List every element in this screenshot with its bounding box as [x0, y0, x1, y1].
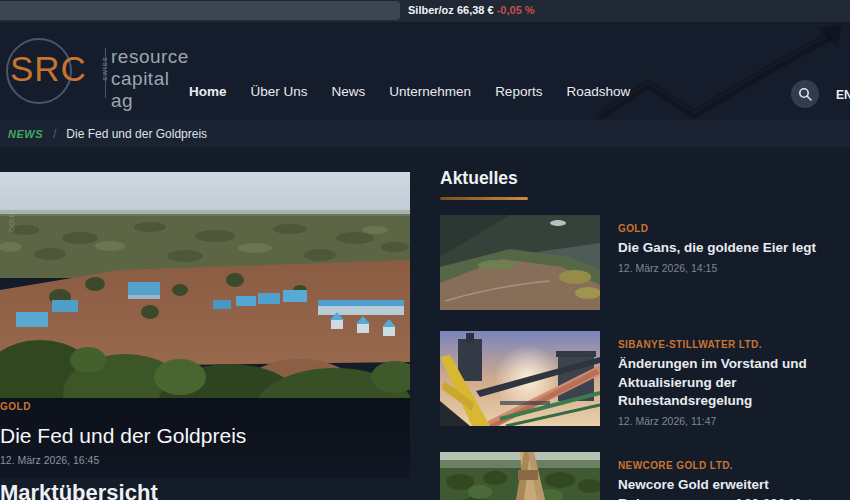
- article-hero-image[interactable]: GOLD: [0, 172, 410, 398]
- breadcrumb: NEWS / Die Fed und der Goldpreis: [0, 120, 850, 147]
- ticker-value: 66,38 €: [457, 4, 494, 16]
- search-button[interactable]: [791, 80, 819, 108]
- ticker-label: Silber/oz: [408, 4, 454, 16]
- news-title[interactable]: Newcore Gold erweitert Bohrprogramm auf …: [618, 476, 832, 500]
- news-text-block: GOLD Die Gans, die goldene Eier legt 12.…: [600, 215, 832, 310]
- breadcrumb-separator: /: [53, 127, 56, 141]
- ticker-change: -0,05 %: [497, 4, 535, 16]
- article-category-label[interactable]: GOLD: [0, 401, 31, 412]
- nav-item-reports[interactable]: Reports: [495, 84, 542, 99]
- search-icon: [798, 87, 812, 101]
- news-text-block: NEWCORE GOLD LTD. Newcore Gold erweitert…: [600, 452, 832, 500]
- news-title[interactable]: Änderungen im Vorstand und Aktuali­sieru…: [618, 355, 832, 411]
- news-item-newcore[interactable]: NEWCORE GOLD LTD. Newcore Gold erweitert…: [440, 452, 850, 500]
- news-category: NEWCORE GOLD LTD.: [618, 460, 832, 471]
- site-logo[interactable]: SRC swiss resource capital ag: [6, 32, 186, 114]
- article-section-heading: Marktübersicht: [0, 480, 158, 500]
- article-date: 12. März 2026, 16:45: [0, 454, 99, 466]
- nav-item-unternehmen[interactable]: Unternehmen: [389, 84, 471, 99]
- news-category: GOLD: [618, 223, 832, 234]
- logo-src-text: SRC: [10, 49, 87, 89]
- news-item-gans[interactable]: GOLD Die Gans, die goldene Eier legt 12.…: [440, 215, 850, 310]
- news-thumbnail-mountain: [440, 215, 600, 310]
- aktuelles-underline: [440, 197, 528, 200]
- nav-item-news[interactable]: News: [332, 84, 366, 99]
- news-thumbnail-plant: [440, 331, 600, 426]
- breadcrumb-section-link[interactable]: NEWS: [8, 128, 43, 140]
- news-date: 12. März 2026, 14:15: [618, 262, 832, 274]
- news-text-block: SIBANYE-STILLWATER LTD. Änderungen im Vo…: [600, 331, 832, 426]
- site-header: SRC swiss resource capital ag Home Über …: [0, 22, 850, 120]
- logo-divider: [105, 48, 106, 98]
- logo-resource-text: resource: [111, 46, 189, 68]
- news-thumbnail-drill-rig: [440, 452, 600, 500]
- news-category: SIBANYE-STILLWATER LTD.: [618, 339, 832, 350]
- aktuelles-heading: Aktuelles: [440, 168, 518, 189]
- news-title[interactable]: Die Gans, die goldene Eier legt: [618, 239, 832, 258]
- nav-item-home[interactable]: Home: [189, 84, 227, 99]
- article-title[interactable]: Die Fed und der Goldpreis: [0, 424, 246, 448]
- language-switch[interactable]: EN: [836, 88, 850, 102]
- main-nav: Home Über Uns News Unternehmen Reports R…: [189, 84, 630, 99]
- nav-item-ueber-uns[interactable]: Über Uns: [251, 84, 308, 99]
- news-date: 12. März 2026, 11:47: [618, 415, 832, 427]
- news-item-sibanye[interactable]: SIBANYE-STILLWATER LTD. Änderungen im Vo…: [440, 331, 850, 426]
- breadcrumb-current-page: Die Fed und der Goldpreis: [66, 127, 207, 141]
- aerial-mining-camp-image: GOLD: [0, 172, 410, 398]
- ticker-bar: Silber/oz 66,38 € -0,05 %: [0, 0, 850, 22]
- svg-text:GOLD: GOLD: [8, 212, 15, 232]
- ticker-previous-item[interactable]: [0, 1, 400, 20]
- nav-item-roadshow[interactable]: Roadshow: [566, 84, 630, 99]
- ticker-silver-price[interactable]: Silber/oz 66,38 € -0,05 %: [408, 4, 535, 16]
- logo-capital-text: capital ag: [111, 68, 186, 112]
